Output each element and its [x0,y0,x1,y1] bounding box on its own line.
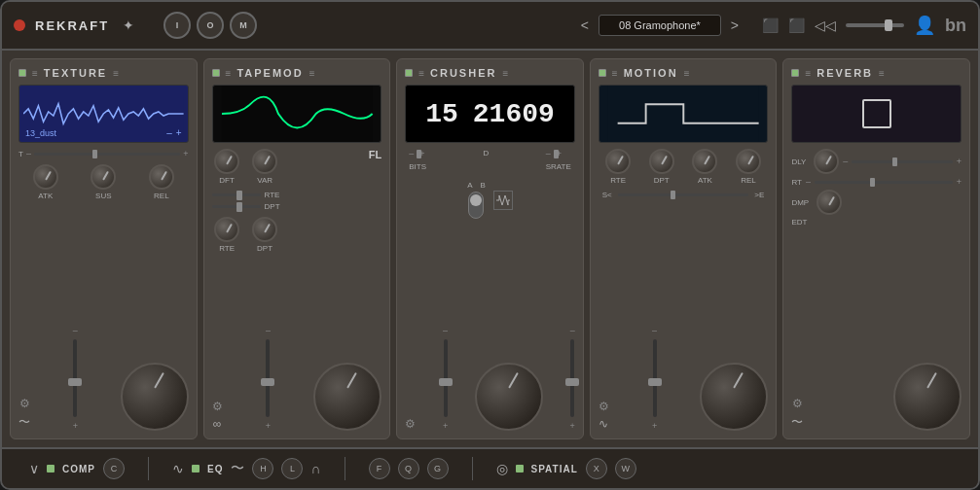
texture-fader-track[interactable] [73,339,77,417]
reverb-header: ≡ REVERB ≡ [791,67,962,79]
tapemod-led[interactable] [212,69,220,77]
crusher-led[interactable] [405,69,413,77]
texture-sus-knob[interactable] [91,164,116,190]
motion-rte-group: RTE [605,149,631,185]
texture-atk-label: ATK [38,192,53,200]
logo-dot [14,19,25,31]
tapemod-dpt2-group: DPT [252,217,277,253]
eq2-btn-g[interactable]: G [427,458,449,479]
tapemod-dft-knob[interactable] [214,149,239,174]
transport-btn-o[interactable]: O [197,12,224,39]
spatial-btn-w[interactable]: W [615,458,636,479]
eq-btn-l[interactable]: L [281,458,303,479]
motion-led[interactable] [599,69,606,77]
eq-led[interactable] [192,465,200,472]
comp-led[interactable] [47,465,54,472]
motion-gear-icon[interactable]: ⚙ [599,400,609,413]
motion-module: ≡ MOTION ≡ RTE DPT [590,58,778,439]
motion-rel-knob[interactable] [736,149,761,174]
save-icon[interactable]: ⬛ [762,18,779,33]
texture-led[interactable] [18,69,26,77]
motion-knobs-row: RTE DPT ATK REL [599,149,769,185]
crusher-wave-icon [496,195,510,205]
sample-nav-next[interactable]: + [176,127,182,138]
crusher-fader: – + [443,326,448,431]
tapemod-main-knob[interactable] [313,363,381,431]
reverb-main-knob[interactable] [893,363,962,431]
tapemod-header: ≡ TAPEMOD ≡ [212,67,382,79]
texture-atk-knob[interactable] [33,164,58,190]
delete-icon[interactable]: ⬛ [788,18,805,33]
preset-nav-left[interactable]: < [577,16,593,35]
eq2-btn-f[interactable]: F [369,458,390,479]
tapemod-lfo-icon: ∞ [213,417,222,431]
texture-title: TEXTURE [44,67,107,79]
texture-main-knob[interactable] [121,363,189,431]
reverb-led[interactable] [791,69,799,77]
motion-atk-knob[interactable] [692,149,717,174]
motion-rte-knob[interactable] [605,149,631,174]
reverb-wave-icon: 〜 [791,414,803,431]
texture-gear-icon[interactable]: ⚙ [19,397,30,410]
texture-rel-knob[interactable] [149,164,174,190]
crusher-header: ≡ CRUSHER ≡ [405,67,575,79]
tapemod-rte2-knob[interactable] [214,217,239,242]
tapemod-var-knob[interactable] [252,149,277,174]
transport-buttons: I O M [163,12,257,39]
eq-label: EQ [207,464,223,474]
transport-btn-i[interactable]: I [163,12,191,39]
bottom-eq-section: ∿ EQ 〜 H L ∩ [161,458,333,479]
crusher-a-label: A [467,181,472,190]
crusher-fader2: – + [570,326,575,431]
spatial-led[interactable] [516,465,524,472]
transport-btn-m[interactable]: M [230,12,257,39]
eq-btn-h[interactable]: H [252,458,273,479]
spatial-btn-x[interactable]: X [586,458,607,479]
texture-t-slider[interactable] [34,153,180,156]
reverb-dmp-knob[interactable] [817,190,842,215]
motion-atk-group: ATK [692,149,717,185]
reverb-gear-icon[interactable]: ⚙ [792,397,803,410]
tapemod-gear-icon[interactable]: ⚙ [212,400,223,413]
eq2-btn-q[interactable]: Q [398,458,419,479]
crusher-ab-switch[interactable]: A B [467,181,486,219]
tapemod-rte-slider[interactable] [212,193,261,196]
crusher-fader-track2[interactable] [570,339,574,417]
crusher-wave-selector[interactable] [493,191,513,210]
crusher-main-knob[interactable] [475,363,543,431]
motion-dpt-group: DPT [649,149,674,185]
spatial-label: SPATIAL [531,464,578,474]
reverb-dly-knob[interactable] [814,149,839,174]
preset-name[interactable]: 08 Gramophone* [599,15,721,36]
motion-display [599,85,769,143]
volume-slider[interactable] [846,23,904,27]
tapemod-display [212,85,382,143]
motion-fader-track[interactable] [653,339,657,417]
motion-dpt-knob[interactable] [649,149,674,174]
volume-icon[interactable]: ◁◁ [815,18,836,33]
crusher-gear-icon[interactable]: ⚙ [405,417,416,431]
tapemod-fader-track[interactable] [266,339,270,417]
tapemod-fl-label: FL [369,149,381,160]
tapemod-rte2-group: RTE [214,217,239,253]
eq-tilde: 〜 [231,460,244,477]
tapemod-dpt2-knob[interactable] [252,217,277,242]
crusher-fader-track[interactable] [444,339,448,417]
motion-s-label: S< [602,191,612,199]
sample-nav-prev[interactable]: – [166,127,172,138]
motion-main-knob[interactable] [700,363,768,431]
crusher-switch-body[interactable] [468,192,484,219]
reverb-rt-slider[interactable] [815,181,953,184]
texture-wave-icon: 〜 [18,414,30,431]
motion-se-slider[interactable] [618,193,749,196]
user-icon[interactable]: 👤 [914,15,935,36]
tapemod-module: ≡ TAPEMOD ≡ DFT [203,58,391,439]
texture-atk-group: ATK [33,164,58,200]
reverb-dly-slider[interactable] [852,160,952,163]
reverb-dly-row: DLY – + [791,149,962,174]
tapemod-dft-group: DFT [214,149,239,185]
comp-btn[interactable]: C [103,458,125,479]
top-bar: REKRAFT ✦ I O M < 08 Gramophone* > ⬛ ⬛ ◁… [2,2,978,51]
preset-nav-right[interactable]: > [727,16,743,35]
tapemod-dpt-slider[interactable] [212,205,261,208]
